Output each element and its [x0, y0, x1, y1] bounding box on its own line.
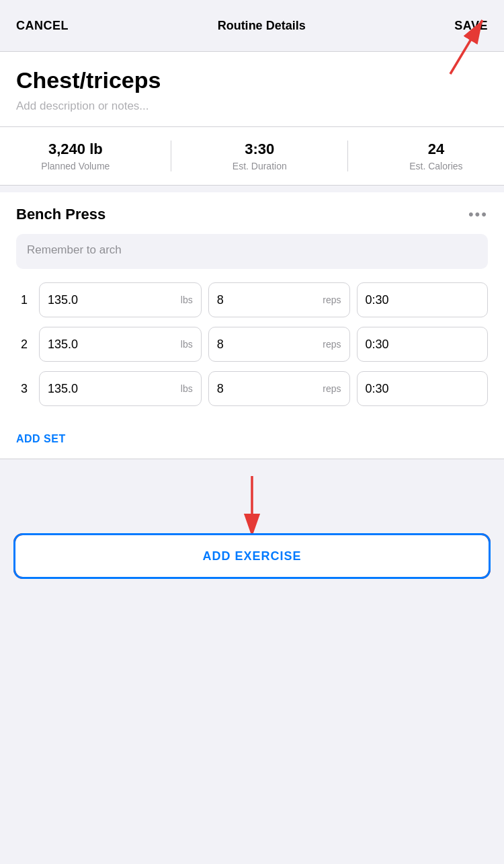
est-duration-value: 3:30 — [245, 141, 274, 158]
weight-value: 135.0 — [48, 382, 78, 396]
set-row: 3 135.0 lbs 8 reps 0:30 — [16, 371, 488, 406]
set-row: 2 135.0 lbs 8 reps 0:30 — [16, 327, 488, 362]
add-set-button[interactable]: ADD SET — [16, 433, 66, 445]
reps-unit: reps — [323, 339, 341, 350]
exercise-section: Bench Press ••• Remember to arch 1 135.0… — [0, 192, 504, 422]
planned-volume-value: 3,240 lb — [48, 141, 103, 158]
set-weight-input[interactable]: 135.0 lbs — [39, 371, 202, 406]
est-calories-stat: 24 Est. Calories — [409, 141, 462, 171]
exercise-more-button[interactable]: ••• — [468, 206, 488, 223]
stat-divider-2 — [347, 141, 348, 171]
time-value: 0:30 — [366, 338, 389, 352]
planned-volume-stat: 3,240 lb Planned Volume — [41, 141, 110, 171]
routine-name[interactable]: Chest/triceps — [16, 68, 488, 93]
set-weight-input[interactable]: 135.0 lbs — [39, 282, 202, 317]
est-duration-stat: 3:30 Est. Duration — [233, 141, 287, 171]
time-value: 0:30 — [366, 293, 389, 307]
sets-table: 1 135.0 lbs 8 reps 0:30 2 135.0 lbs 8 re… — [16, 282, 488, 406]
weight-value: 135.0 — [48, 293, 78, 307]
est-calories-value: 24 — [428, 141, 444, 158]
exercise-notes-input[interactable]: Remember to arch — [16, 234, 488, 269]
set-reps-input[interactable]: 8 reps — [208, 282, 350, 317]
set-time-input[interactable]: 0:30 — [357, 371, 488, 406]
set-time-input[interactable]: 0:30 — [357, 327, 488, 362]
cancel-button[interactable]: CANCEL — [16, 19, 69, 33]
exercise-name: Bench Press — [16, 206, 106, 223]
est-duration-label: Est. Duration — [233, 161, 287, 171]
est-calories-label: Est. Calories — [409, 161, 462, 171]
set-number: 1 — [16, 293, 32, 307]
add-set-section: ADD SET — [0, 422, 504, 459]
routine-section: Chest/triceps Add description or notes..… — [0, 52, 504, 127]
set-number: 3 — [16, 382, 32, 396]
routine-description-input[interactable]: Add description or notes... — [16, 100, 488, 113]
set-weight-input[interactable]: 135.0 lbs — [39, 327, 202, 362]
reps-unit: reps — [323, 294, 341, 305]
stat-divider-1 — [171, 141, 171, 171]
stats-section: 3,240 lb Planned Volume 3:30 Est. Durati… — [0, 127, 504, 186]
set-reps-input[interactable]: 8 reps — [208, 371, 350, 406]
add-exercise-label: ADD EXERCISE — [202, 549, 301, 563]
set-reps-input[interactable]: 8 reps — [208, 327, 350, 362]
weight-unit: lbs — [181, 383, 193, 394]
exercise-header: Bench Press ••• — [16, 206, 488, 223]
set-row: 1 135.0 lbs 8 reps 0:30 — [16, 282, 488, 317]
planned-volume-label: Planned Volume — [41, 161, 110, 171]
set-time-input[interactable]: 0:30 — [357, 282, 488, 317]
weight-unit: lbs — [181, 294, 193, 305]
set-number: 2 — [16, 338, 32, 352]
time-value: 0:30 — [366, 382, 389, 396]
page-title: Routine Details — [218, 19, 306, 33]
header: CANCEL Routine Details SAVE — [0, 0, 504, 52]
bottom-section: ADD EXERCISE — [0, 459, 504, 599]
add-exercise-button[interactable]: ADD EXERCISE — [13, 533, 491, 579]
weight-unit: lbs — [181, 339, 193, 350]
weight-value: 135.0 — [48, 338, 78, 352]
reps-unit: reps — [323, 383, 341, 394]
arrow-annotation — [13, 473, 491, 533]
reps-value: 8 — [217, 382, 224, 396]
save-button[interactable]: SAVE — [454, 19, 488, 33]
reps-value: 8 — [217, 293, 224, 307]
reps-value: 8 — [217, 338, 224, 352]
